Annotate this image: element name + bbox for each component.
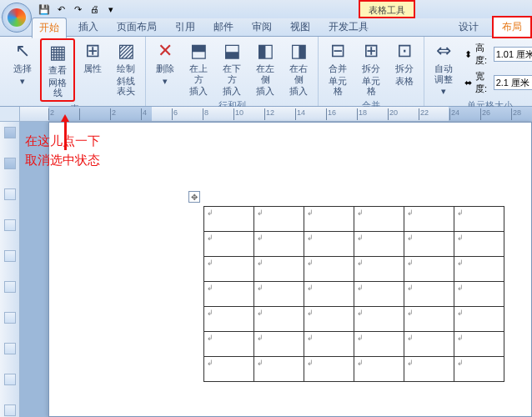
tab-references[interactable]: 引用 [168, 18, 202, 37]
table-cell[interactable]: ↲ [354, 307, 404, 332]
table-cell[interactable]: ↲ [304, 207, 354, 232]
tab-pagelayout[interactable]: 页面布局 [110, 18, 163, 37]
table-cell[interactable]: ↲ [404, 282, 454, 307]
title-bar: 💾 ↶ ↷ 🖨 ▾ [0, 0, 532, 18]
save-icon[interactable]: 💾 [37, 3, 52, 16]
undo-icon[interactable]: ↶ [53, 3, 68, 16]
table-cell[interactable]: ↲ [204, 282, 254, 307]
col-width-spinner[interactable]: ⬌ 宽度: ▲▼ [464, 70, 532, 95]
table-cell[interactable]: ↲ [254, 232, 304, 257]
table-cell[interactable]: ↲ [304, 282, 354, 307]
table-cell[interactable]: ↲ [354, 207, 404, 232]
office-button[interactable] [2, 3, 32, 33]
table-cell[interactable]: ↲ [404, 307, 454, 332]
group-table: ↖ 选择▾ ▦ 查看 网格线 ⊞ 属性 ▨ 绘制 斜线表头 表 [3, 37, 146, 106]
table-cell[interactable]: ↲ [354, 357, 404, 382]
tab-layout[interactable]: 布局 [492, 16, 532, 38]
table-cell[interactable]: ↲ [304, 332, 354, 357]
table-cell[interactable]: ↲ [454, 282, 504, 307]
table-cell[interactable]: ↲ [354, 257, 404, 282]
arrow-icon [64, 122, 67, 150]
table-cell[interactable]: ↲ [454, 307, 504, 332]
table-cell[interactable]: ↲ [254, 357, 304, 382]
height-input[interactable] [494, 47, 532, 62]
insert-below-icon: ⬓ [219, 40, 244, 62]
table-cell[interactable]: ↲ [204, 357, 254, 382]
document-area: 2246810121416182022242628 在这儿点一下 取消选中状态 … [0, 107, 532, 417]
insert-right-icon: ◨ [286, 40, 311, 62]
table-cell[interactable]: ↲ [254, 282, 304, 307]
properties-icon: ⊞ [80, 40, 105, 62]
vertical-ruler[interactable] [0, 122, 20, 417]
table-cell[interactable]: ↲ [204, 307, 254, 332]
insert-right-button[interactable]: ◨ 在右侧插入 [283, 38, 314, 98]
table-cell[interactable]: ↲ [454, 232, 504, 257]
merge-cells-button[interactable]: ⊟ 合并单元格 [322, 38, 354, 98]
tab-home[interactable]: 开始 [32, 18, 67, 38]
table-cell[interactable]: ↲ [304, 257, 354, 282]
split-table-button[interactable]: ⊡ 拆分表格 [389, 38, 420, 98]
table-cell[interactable]: ↲ [204, 232, 254, 257]
row-height-spinner[interactable]: ⬍ 高度: ▲▼ [464, 42, 532, 67]
table-cell[interactable]: ↲ [304, 232, 354, 257]
view-gridlines-button[interactable]: ▦ 查看 网格线 [40, 38, 75, 102]
document-table[interactable]: ↲↲↲↲↲↲↲↲↲↲↲↲↲↲↲↲↲↲↲↲↲↲↲↲↲↲↲↲↲↲↲↲↲↲↲↲↲↲↲↲… [203, 206, 504, 382]
table-cell[interactable]: ↲ [254, 307, 304, 332]
width-input[interactable] [494, 75, 532, 90]
merge-icon: ⊟ [325, 40, 350, 62]
table-cell[interactable]: ↲ [354, 332, 404, 357]
select-button[interactable]: ↖ 选择▾ [7, 38, 38, 102]
table-cell[interactable]: ↲ [354, 282, 404, 307]
width-icon: ⬌ [464, 78, 472, 88]
horizontal-ruler[interactable]: 2246810121416182022242628 [20, 107, 532, 122]
autofit-icon: ⇔ [431, 40, 456, 62]
table-cell[interactable]: ↲ [254, 257, 304, 282]
insert-above-button[interactable]: ⬒ 在上方插入 [183, 38, 214, 98]
table-cell[interactable]: ↲ [454, 207, 504, 232]
table-cell[interactable]: ↲ [454, 357, 504, 382]
split-table-icon: ⊡ [392, 40, 417, 62]
split-cells-button[interactable]: ⊞ 拆分单元格 [355, 38, 387, 98]
tab-view[interactable]: 视图 [284, 18, 317, 37]
table-move-handle[interactable]: ✥ [188, 191, 200, 203]
tab-design[interactable]: 设计 [450, 18, 487, 37]
table-cell[interactable]: ↲ [254, 332, 304, 357]
table-cell[interactable]: ↲ [404, 357, 454, 382]
table-cell[interactable]: ↲ [454, 257, 504, 282]
table-cell[interactable]: ↲ [404, 332, 454, 357]
table-cell[interactable]: ↲ [404, 257, 454, 282]
height-label: 高度: [475, 42, 490, 67]
redo-icon[interactable]: ↷ [70, 3, 85, 16]
split-icon: ⊞ [359, 40, 384, 62]
draw-diagonal-button[interactable]: ▨ 绘制 斜线表头 [110, 38, 142, 102]
grid-icon: ▦ [45, 42, 70, 63]
contextual-tab-header: 表格工具 [359, 0, 415, 18]
properties-button[interactable]: ⊞ 属性 [77, 38, 108, 102]
tab-mailings[interactable]: 邮件 [207, 18, 240, 37]
table-cell[interactable]: ↲ [204, 332, 254, 357]
insert-left-icon: ◧ [253, 40, 278, 62]
insert-below-button[interactable]: ⬓ 在下方插入 [216, 38, 248, 98]
print-icon[interactable]: 🖨 [87, 3, 102, 16]
delete-button[interactable]: ✕ 删除▾ [149, 38, 181, 98]
table-cell[interactable]: ↲ [204, 257, 254, 282]
table-cell[interactable]: ↲ [404, 207, 454, 232]
ribbon-tabs: 开始 插入 页面布局 引用 邮件 审阅 视图 开发工具 设计 布局 [0, 18, 532, 37]
table-cell[interactable]: ↲ [304, 307, 354, 332]
group-cell-size: ⇔ 自动调整▾ ⬍ 高度: ▲▼ ⬌ 宽度: ▲▼ 单元格大小 [424, 37, 532, 106]
autofit-button[interactable]: ⇔ 自动调整▾ [428, 38, 459, 98]
table-cell[interactable]: ↲ [304, 357, 354, 382]
ruler-corner [0, 107, 20, 122]
tab-developer[interactable]: 开发工具 [322, 18, 375, 37]
width-label: 宽度: [475, 70, 490, 95]
table-cell[interactable]: ↲ [454, 332, 504, 357]
insert-left-button[interactable]: ◧ 在左侧插入 [249, 38, 281, 98]
table-cell[interactable]: ↲ [354, 232, 404, 257]
tab-insert[interactable]: 插入 [72, 18, 105, 37]
tab-review[interactable]: 审阅 [245, 18, 279, 37]
document-page[interactable]: ✥ ↲↲↲↲↲↲↲↲↲↲↲↲↲↲↲↲↲↲↲↲↲↲↲↲↲↲↲↲↲↲↲↲↲↲↲↲↲↲… [48, 122, 532, 417]
table-cell[interactable]: ↲ [254, 207, 304, 232]
table-cell[interactable]: ↲ [404, 232, 454, 257]
qat-more-icon[interactable]: ▾ [103, 3, 118, 16]
table-cell[interactable]: ↲ [204, 207, 254, 232]
